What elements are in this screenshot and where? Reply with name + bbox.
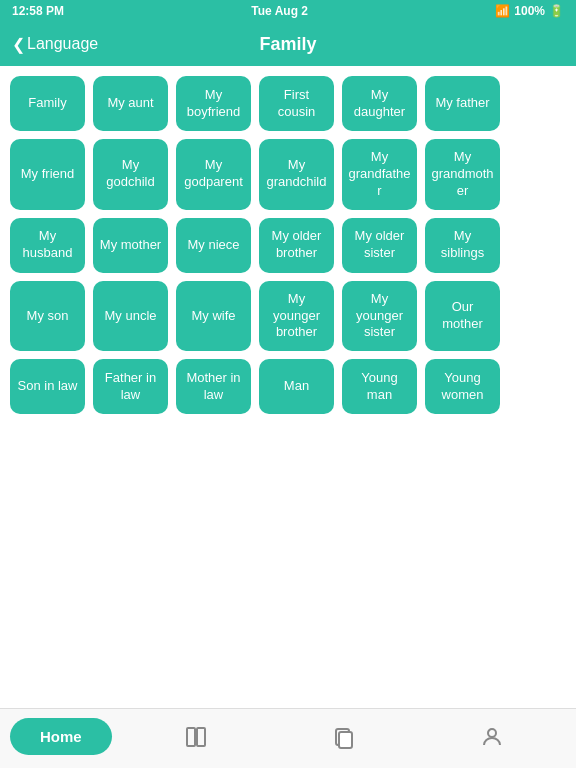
vocab-button[interactable]: My daughter [342, 76, 417, 131]
vocab-button[interactable]: My grandmother [425, 139, 500, 210]
vocab-button[interactable]: My older brother [259, 218, 334, 273]
vocab-button[interactable]: My grandchild [259, 139, 334, 210]
svg-rect-3 [339, 732, 352, 748]
nav-header: ❮ Language Family [0, 22, 576, 66]
vocab-button[interactable]: My mother [93, 218, 168, 273]
vocab-button[interactable]: Son in law [10, 359, 85, 414]
back-chevron-icon: ❮ [12, 35, 25, 54]
vocab-button[interactable]: My niece [176, 218, 251, 273]
vocab-button[interactable]: My son [10, 281, 85, 352]
vocab-button[interactable]: My older sister [342, 218, 417, 273]
vocab-button[interactable]: My aunt [93, 76, 168, 131]
vocab-button[interactable]: Family [10, 76, 85, 131]
back-label: Language [27, 35, 98, 53]
vocab-button[interactable]: My boyfriend [176, 76, 251, 131]
vocab-button[interactable]: My husband [10, 218, 85, 273]
battery-level: 100% [514, 4, 545, 18]
status-bar: 12:58 PM Tue Aug 2 📶 100% 🔋 [0, 0, 576, 22]
vocab-button[interactable]: My younger sister [342, 281, 417, 352]
vocab-button[interactable]: My uncle [93, 281, 168, 352]
home-tab-label: Home [40, 728, 82, 745]
svg-rect-1 [197, 728, 205, 746]
vocab-button[interactable]: Young man [342, 359, 417, 414]
vocab-button[interactable]: My younger brother [259, 281, 334, 352]
vocab-grid: FamilyMy auntMy boyfriendFirst cousinMy … [10, 76, 566, 414]
book-tab-icon[interactable] [178, 719, 214, 755]
vocab-button[interactable]: Young women [425, 359, 500, 414]
person-tab-icon[interactable] [474, 719, 510, 755]
vocab-button[interactable]: My wife [176, 281, 251, 352]
vocab-button[interactable]: Mother in law [176, 359, 251, 414]
vocab-button[interactable]: My father [425, 76, 500, 131]
status-time: 12:58 PM [12, 4, 64, 18]
svg-point-4 [488, 729, 496, 737]
tab-bar: Home [0, 708, 576, 768]
copy-tab-icon[interactable] [326, 719, 362, 755]
status-date: Tue Aug 2 [251, 4, 308, 18]
vocab-button[interactable]: First cousin [259, 76, 334, 131]
vocab-button[interactable]: My godchild [93, 139, 168, 210]
wifi-icon: 📶 [495, 4, 510, 18]
vocab-button[interactable]: Father in law [93, 359, 168, 414]
vocab-button[interactable]: My friend [10, 139, 85, 210]
home-tab-button[interactable]: Home [10, 718, 112, 755]
page-title: Family [259, 34, 316, 55]
back-button[interactable]: ❮ Language [12, 35, 98, 54]
vocab-button[interactable]: Man [259, 359, 334, 414]
tab-icons [122, 719, 566, 755]
vocab-button[interactable]: My godparent [176, 139, 251, 210]
vocab-button[interactable]: Our mother [425, 281, 500, 352]
battery-icon: 🔋 [549, 4, 564, 18]
vocab-button[interactable]: My grandfather [342, 139, 417, 210]
vocab-button[interactable]: My siblings [425, 218, 500, 273]
svg-rect-0 [187, 728, 195, 746]
main-content: FamilyMy auntMy boyfriendFirst cousinMy … [0, 66, 576, 708]
